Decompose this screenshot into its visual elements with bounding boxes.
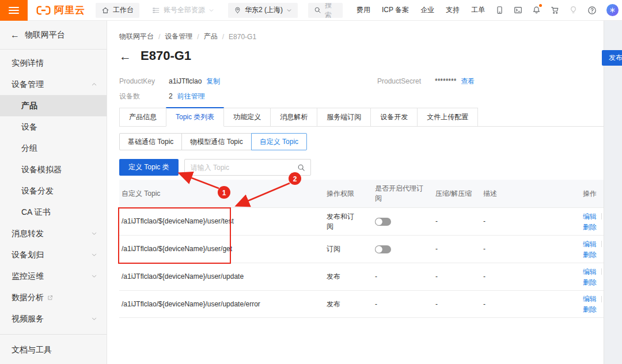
proxy-value: - xyxy=(367,272,430,282)
user-avatar[interactable] xyxy=(606,4,619,16)
topbar-search-placeholder: 搜索 xyxy=(325,3,337,18)
tab-file-upload-config[interactable]: 文件上传配置 xyxy=(417,108,478,127)
notifications-bell-icon[interactable] xyxy=(532,6,541,14)
description-value: - xyxy=(477,299,577,309)
tab-device-development[interactable]: 设备开发 xyxy=(370,108,418,127)
region-label: 华东2 (上海) xyxy=(245,5,283,15)
chevron-down-icon xyxy=(286,7,292,13)
sidebar-item-instance-details[interactable]: 实例详情 xyxy=(0,52,107,74)
tips-bulb-icon[interactable] xyxy=(569,6,578,14)
delete-link[interactable]: 删除 xyxy=(583,249,597,260)
workbench-button[interactable]: 工作台 xyxy=(96,3,139,18)
breadcrumb-product[interactable]: 产品 xyxy=(204,32,218,41)
proxy-value: - xyxy=(367,299,430,309)
delete-link[interactable]: 删除 xyxy=(583,304,597,314)
hamburger-menu-icon[interactable] xyxy=(0,0,28,21)
sidebar-header[interactable]: ← 物联网平台 xyxy=(0,21,107,50)
delete-link[interactable]: 删除 xyxy=(583,277,597,287)
page-right-gutter xyxy=(604,21,622,364)
tab-message-parsing[interactable]: 消息解析 xyxy=(270,108,317,127)
tab-feature-definition[interactable]: 功能定义 xyxy=(223,108,271,127)
sidebar-item-data-analytics[interactable]: 数据分析 xyxy=(0,287,107,308)
aliyun-logo[interactable]: 阿里云 xyxy=(36,3,85,17)
sidebar-divider xyxy=(0,334,107,335)
sidebar: ← 物联网平台 实例详情 设备管理 产品 设备 分组 设备模 xyxy=(0,21,107,364)
edit-link[interactable]: 编辑 xyxy=(583,267,597,277)
chevron-down-icon xyxy=(91,273,97,279)
topbar-icon-group xyxy=(495,4,619,16)
search-icon xyxy=(314,6,321,14)
action-divider xyxy=(601,241,602,247)
compress-value: - xyxy=(430,272,477,282)
compress-value: - xyxy=(430,244,477,254)
table-header: 自定义 Topic 操作权限 是否开启代理订阅 压缩/解压缩 描述 操作 xyxy=(119,180,604,207)
delete-link[interactable]: 删除 xyxy=(583,222,597,232)
topbar-menu-item-cost[interactable]: 费用 xyxy=(356,5,370,15)
edit-link[interactable]: 编辑 xyxy=(583,239,597,249)
proxy-subscribe-toggle[interactable] xyxy=(375,218,391,226)
app-icon[interactable] xyxy=(495,6,504,14)
sidebar-item-device-management[interactable]: 设备管理 xyxy=(0,74,107,95)
help-icon[interactable] xyxy=(587,6,597,15)
account-resources-dropdown[interactable]: 账号全部资源 xyxy=(152,5,214,15)
productsecret-value: ******** xyxy=(435,77,456,85)
tab-topic-list[interactable]: Topic 类列表 xyxy=(166,107,224,127)
define-topic-button[interactable]: 定义 Topic 类 xyxy=(119,159,179,176)
edit-link[interactable]: 编辑 xyxy=(583,294,597,304)
description-value: - xyxy=(477,272,577,282)
description-value: - xyxy=(477,244,577,254)
edit-link[interactable]: 编辑 xyxy=(583,211,597,222)
topic-permission: 订阅 xyxy=(321,244,367,254)
topbar-menu-item-icp[interactable]: ICP 备案 xyxy=(382,5,409,15)
back-arrow-icon[interactable]: ← xyxy=(119,50,131,62)
chevron-down-icon xyxy=(91,230,97,237)
external-link-icon xyxy=(47,295,53,301)
sidebar-item-product[interactable]: 产品 xyxy=(0,95,107,116)
resources-label: 账号全部资源 xyxy=(164,5,205,15)
sidebar-item-video-services[interactable]: 视频服务 xyxy=(0,308,107,329)
topbar-menu-item-support[interactable]: 支持 xyxy=(446,5,460,15)
sidebar-item-docs-tools[interactable]: 文档与工具 xyxy=(0,339,107,361)
aliyun-brackets-icon xyxy=(36,5,51,16)
copy-productkey-link[interactable]: 复制 xyxy=(206,77,220,86)
sidebar-item-group[interactable]: 分组 xyxy=(0,138,107,159)
subtab-custom-topic[interactable]: 自定义 Topic xyxy=(251,133,307,150)
subtab-basic-topic[interactable]: 基础通信 Topic xyxy=(119,133,182,150)
sidebar-item-monitoring-ops[interactable]: 监控运维 xyxy=(0,266,107,287)
back-icon[interactable]: ← xyxy=(10,30,20,40)
cart-icon[interactable] xyxy=(551,6,559,14)
sidebar-item-device[interactable]: 设备 xyxy=(0,116,107,138)
compress-value: - xyxy=(430,217,477,226)
proxy-subscribe-toggle[interactable] xyxy=(375,245,391,253)
table-row: /a1iJTflclao/${deviceName}/user/update/e… xyxy=(119,290,604,318)
region-selector[interactable]: 华东2 (上海) xyxy=(228,3,298,18)
sidebar-item-device-distribution[interactable]: 设备分发 xyxy=(0,180,107,202)
topic-permission: 发布 xyxy=(321,272,367,282)
breadcrumb-iot-platform[interactable]: 物联网平台 xyxy=(119,32,154,41)
publish-button[interactable]: 发布 xyxy=(602,50,622,66)
sidebar-item-message-forwarding[interactable]: 消息转发 xyxy=(0,223,107,244)
search-icon[interactable] xyxy=(297,164,305,172)
device-count-label: 设备数 xyxy=(119,92,169,101)
subtab-model-topic[interactable]: 物模型通信 Topic xyxy=(181,133,251,150)
tab-product-info[interactable]: 产品信息 xyxy=(119,108,166,127)
sidebar-title: 物联网平台 xyxy=(25,30,65,40)
topbar-menu-item-enterprise[interactable]: 企业 xyxy=(420,5,434,15)
cloudshell-icon[interactable] xyxy=(514,6,522,14)
action-divider xyxy=(601,268,602,275)
manage-devices-link[interactable]: 前往管理 xyxy=(177,92,205,101)
topbar-menu-item-ticket[interactable]: 工单 xyxy=(471,5,485,15)
sidebar-item-ca-certificate[interactable]: CA 证书 xyxy=(0,202,107,223)
sidebar-item-device-assignment[interactable]: 设备划归 xyxy=(0,244,107,266)
chevron-up-icon xyxy=(91,81,97,88)
topbar-search[interactable]: 搜索 xyxy=(308,3,343,18)
breadcrumb-device-management[interactable]: 设备管理 xyxy=(165,32,192,41)
table-row: /a1iJTflclao/${deviceName}/user/get 订阅 -… xyxy=(119,235,604,263)
tab-server-subscription[interactable]: 服务端订阅 xyxy=(317,108,371,127)
topic-search-input[interactable] xyxy=(185,164,297,172)
home-icon xyxy=(101,6,109,14)
sidebar-item-device-simulator[interactable]: 设备模拟器 xyxy=(0,159,107,180)
topic-toolbar: 定义 Topic 类 xyxy=(119,159,311,176)
view-secret-link[interactable]: 查看 xyxy=(461,77,475,86)
col-custom-topic: 自定义 Topic xyxy=(119,189,321,199)
